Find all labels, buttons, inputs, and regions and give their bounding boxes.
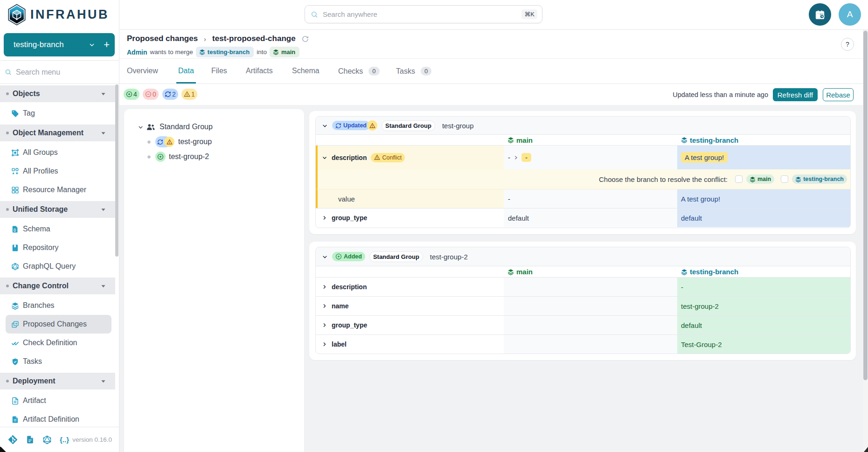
svg-text:{}: {}: [14, 228, 16, 232]
